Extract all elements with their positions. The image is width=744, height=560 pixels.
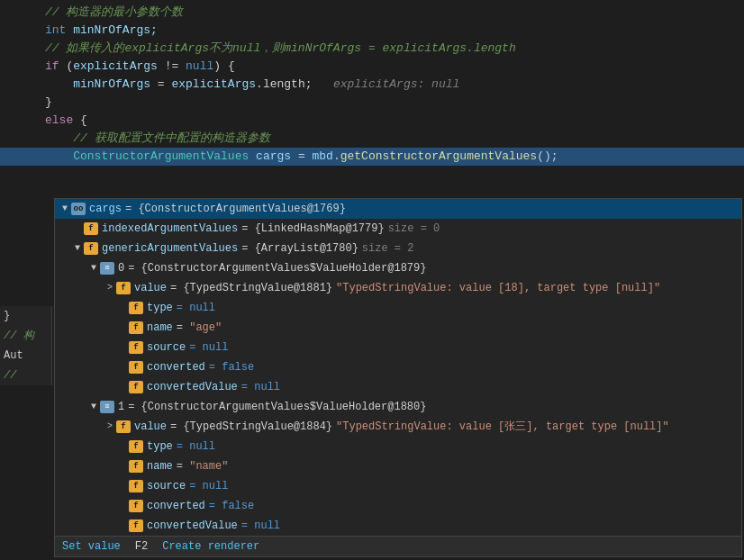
- debug-row-item0-converted[interactable]: f converted = false: [55, 357, 741, 377]
- code-line-8: // 获取配置文件中配置的构造器参数: [0, 130, 744, 148]
- sidebar-item-1: }: [0, 306, 51, 326]
- debug-row-root[interactable]: ▼ oo cargs = {ConstructorArgumentValues@…: [55, 199, 741, 219]
- row-item1-source-val: = null: [189, 477, 228, 495]
- field-icon-item1-type: f: [129, 440, 143, 453]
- arr-icon-item0: ≡: [100, 262, 114, 275]
- field-icon-item1-converted: f: [129, 500, 143, 512]
- field-icon-item0-name: f: [129, 321, 143, 334]
- sidebar-item-4: //: [0, 366, 51, 385]
- field-icon-item1-name: f: [129, 460, 143, 473]
- code-line-6: }: [0, 94, 744, 112]
- toggle-icon-item0[interactable]: ▼: [87, 259, 100, 277]
- row-item0-convertedvalue-name: convertedValue: [147, 378, 238, 396]
- row-item0-type-val: = null: [177, 299, 215, 317]
- field-icon-item1-convertedvalue: f: [129, 519, 143, 532]
- row-root-name: cargs: [89, 200, 122, 218]
- row-item1-value-string: "TypedStringValue: value [张三], target ty…: [336, 418, 669, 436]
- row-item0-name-label: name: [147, 319, 173, 337]
- row-item1-value-name: value: [134, 418, 167, 436]
- toggle-icon-generic[interactable]: ▼: [71, 239, 84, 257]
- row-item0-converted-val: = false: [209, 358, 254, 376]
- row-item1-name: 1: [118, 398, 124, 416]
- debug-panel: ▼ oo cargs = {ConstructorArgumentValues@…: [54, 198, 742, 557]
- row-item1-value-val: = {TypedStringValue@1884}: [170, 418, 332, 436]
- debug-row-item0-source[interactable]: f source = null: [55, 338, 741, 357]
- debug-row-item1-value[interactable]: > f value = {TypedStringValue@1884} "Typ…: [55, 417, 741, 437]
- row-item1-converted-name: converted: [147, 497, 205, 515]
- code-line-4: if (explicitArgs != null) {: [0, 58, 744, 76]
- row-item0-convertedvalue-val: = null: [241, 378, 280, 396]
- debug-row-item0-value[interactable]: > f value = {TypedStringValue@1881} "Typ…: [55, 278, 741, 298]
- debug-row-item1-convertedvalue[interactable]: f convertedValue = null: [55, 516, 741, 536]
- arr-icon-item1: ≡: [100, 401, 114, 413]
- toggle-icon-item1[interactable]: ▼: [87, 398, 100, 416]
- debug-row-item0-name[interactable]: f name = "age": [55, 318, 741, 338]
- field-icon-indexed: f: [84, 222, 98, 235]
- code-line-1: // 构造器的最小参数个数: [0, 4, 744, 22]
- toggle-icon-item0-value[interactable]: >: [104, 279, 116, 297]
- row-item1-value: = {ConstructorArgumentValues$ValueHolder…: [128, 398, 426, 416]
- toggle-icon-item1-value[interactable]: >: [104, 418, 116, 436]
- set-value-key: F2: [135, 540, 148, 553]
- code-line-5: minNrOfArgs = explicitArgs.length; expli…: [0, 76, 744, 94]
- row-generic-value: = {ArrayList@1780}: [241, 239, 358, 257]
- row-item0-value-name: value: [134, 279, 167, 297]
- code-area: // 构造器的最小参数个数 int minNrOfArgs; // 如果传入的e…: [0, 0, 744, 166]
- row-generic-meta: size = 2: [362, 239, 414, 257]
- row-item1-convertedvalue-val: = null: [241, 517, 280, 535]
- field-icon-item1-value: f: [116, 420, 131, 433]
- obj-icon-root: oo: [71, 203, 86, 215]
- debug-row-item0-type[interactable]: f type = null: [55, 298, 741, 318]
- code-line-7: else {: [0, 112, 744, 130]
- debug-row-item1-name[interactable]: f name = "name": [55, 456, 741, 476]
- debug-row-indexed[interactable]: f indexedArgumentValues = {LinkedHashMap…: [55, 219, 741, 239]
- row-indexed-value: = {LinkedHashMap@1779}: [241, 220, 384, 238]
- debug-row-item1[interactable]: ▼ ≡ 1 = {ConstructorArgumentValues$Value…: [55, 397, 741, 417]
- set-value-button[interactable]: Set value: [62, 540, 121, 553]
- row-item0-value-string: "TypedStringValue: value [18], target ty…: [336, 279, 660, 297]
- field-icon-generic: f: [84, 242, 98, 255]
- code-line-3: // 如果传入的explicitArgs不为null，则minNrOfArgs …: [0, 40, 744, 58]
- debug-row-item1-type[interactable]: f type = null: [55, 437, 741, 456]
- debug-row-generic[interactable]: ▼ f genericArgumentValues = {ArrayList@1…: [55, 239, 741, 258]
- row-item0-value-val: = {TypedStringValue@1881}: [170, 279, 332, 297]
- sidebar-item-3: Aut: [0, 346, 51, 366]
- row-root-value: = {ConstructorArgumentValues@1769}: [125, 200, 346, 218]
- field-icon-item0-converted: f: [129, 361, 143, 374]
- field-icon-item0-type: f: [129, 302, 143, 314]
- code-line-2: int minNrOfArgs;: [0, 22, 744, 40]
- row-item0-source-name: source: [147, 339, 186, 357]
- debug-row-item1-source[interactable]: f source = null: [55, 476, 741, 496]
- row-item0-name: 0: [118, 259, 124, 277]
- debug-footer: Set value F2 Create renderer: [55, 536, 741, 556]
- field-icon-item0-source: f: [129, 341, 143, 354]
- row-item1-type-val: = null: [177, 438, 215, 456]
- row-item1-convertedvalue-name: convertedValue: [147, 517, 238, 535]
- row-indexed-name: indexedArgumentValues: [102, 220, 238, 238]
- code-line-9: ConstructorArgumentValues cargs = mbd.ge…: [0, 148, 744, 166]
- row-generic-name: genericArgumentValues: [102, 239, 238, 257]
- sidebar-item-2: // 构: [0, 326, 51, 346]
- row-item0-converted-name: converted: [147, 358, 205, 376]
- row-item1-type-name: type: [147, 438, 173, 456]
- row-item1-name-label: name: [147, 457, 173, 475]
- row-indexed-meta: size = 0: [388, 220, 440, 238]
- row-item0-value: = {ConstructorArgumentValues$ValueHolder…: [128, 259, 426, 277]
- toggle-icon-root[interactable]: ▼: [59, 200, 71, 218]
- row-item0-type-name: type: [147, 299, 173, 317]
- row-item1-source-name: source: [147, 477, 186, 495]
- debug-row-item0[interactable]: ▼ ≡ 0 = {ConstructorArgumentValues$Value…: [55, 258, 741, 278]
- row-item0-name-val: = "age": [177, 319, 222, 337]
- debug-row-item1-converted[interactable]: f converted = false: [55, 496, 741, 516]
- field-icon-item1-source: f: [129, 480, 143, 492]
- row-item1-converted-val: = false: [209, 497, 254, 515]
- create-renderer-button[interactable]: Create renderer: [162, 540, 259, 553]
- field-icon-item0-value: f: [116, 282, 131, 294]
- left-sidebar-overlay: } // 构 Aut //: [0, 306, 52, 385]
- field-icon-item0-convertedvalue: f: [129, 381, 143, 393]
- row-item1-name-val: = "name": [177, 457, 229, 475]
- editor-container: // 构造器的最小参数个数 int minNrOfArgs; // 如果传入的e…: [0, 0, 744, 560]
- row-item0-source-val: = null: [189, 339, 228, 357]
- debug-row-item0-convertedvalue[interactable]: f convertedValue = null: [55, 377, 741, 397]
